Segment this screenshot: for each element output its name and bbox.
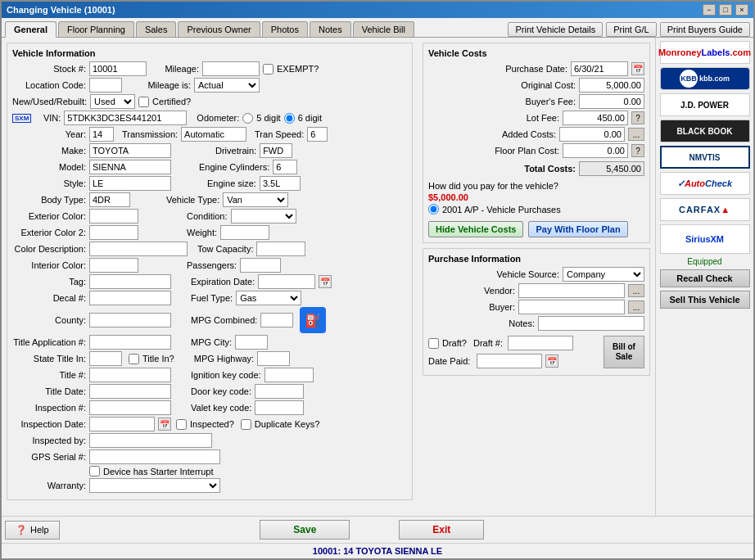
added-costs-input[interactable] — [559, 127, 625, 142]
print-gl-button[interactable]: Print G/L — [606, 22, 656, 37]
lot-fee-help-button[interactable]: ? — [631, 111, 644, 124]
titleapp-input[interactable] — [89, 335, 171, 350]
inspdate-input[interactable] — [89, 417, 155, 431]
draft-num-input[interactable] — [508, 336, 573, 350]
tag-input[interactable] — [89, 274, 171, 289]
exit-button[interactable]: Exit — [399, 520, 484, 540]
buyer-input[interactable] — [518, 300, 625, 314]
engcyl-input[interactable] — [273, 160, 297, 174]
tow-input[interactable] — [256, 242, 305, 256]
condition-select[interactable] — [231, 209, 296, 224]
datepaid-input[interactable] — [477, 354, 542, 368]
mpgcity-input[interactable] — [235, 335, 268, 350]
floor-plan-cost-input[interactable] — [563, 143, 628, 158]
extcolor-input[interactable] — [89, 209, 138, 224]
newused-select[interactable]: Used — [90, 94, 135, 109]
valetkey-input[interactable] — [255, 400, 304, 415]
starter-checkbox[interactable] — [89, 466, 100, 476]
passengers-input[interactable] — [240, 258, 281, 273]
notes-input[interactable] — [538, 316, 644, 331]
sell-vehicle-button[interactable]: Sell This Vehicle — [660, 291, 750, 309]
colordesc-input[interactable] — [89, 242, 188, 256]
tab-sales[interactable]: Sales — [136, 21, 177, 37]
stock-input[interactable] — [89, 61, 147, 76]
minimize-button[interactable]: − — [703, 4, 716, 16]
monroney-logo[interactable]: MonroneyLabels.com — [660, 41, 750, 64]
tab-floor-planning[interactable]: Floor Planning — [58, 21, 134, 37]
lot-fee-input[interactable] — [563, 111, 628, 125]
exempt-checkbox[interactable] — [263, 64, 274, 75]
vehtype-select[interactable]: Van — [223, 192, 288, 207]
print-vehicle-details-button[interactable]: Print Vehicle Details — [508, 22, 603, 37]
tab-vehicle-bill[interactable]: Vehicle Bill — [353, 21, 414, 37]
pay-floor-plan-button[interactable]: Pay With Floor Plan — [528, 221, 627, 237]
mpghwy-input[interactable] — [257, 351, 290, 366]
dupkeys-checkbox[interactable] — [241, 419, 251, 430]
location-input[interactable] — [89, 78, 122, 93]
added-costs-more-button[interactable]: ... — [628, 128, 644, 141]
year-input[interactable] — [89, 127, 114, 142]
transpeed-input[interactable] — [307, 127, 328, 142]
vin-input[interactable] — [64, 111, 187, 125]
title-input[interactable] — [89, 368, 171, 382]
certified-checkbox[interactable] — [138, 97, 149, 107]
expiry-input[interactable] — [258, 274, 315, 289]
jdpower-logo[interactable]: J.D. POWER — [660, 93, 750, 116]
titledate-input[interactable] — [89, 384, 171, 399]
carfax-logo[interactable]: CARFAX▲ — [660, 198, 750, 221]
doorkey-input[interactable] — [255, 384, 304, 399]
maximize-button[interactable]: □ — [719, 4, 732, 16]
autocheck-logo[interactable]: ✓AutoCheck — [660, 172, 750, 195]
original-cost-input[interactable] — [579, 78, 644, 93]
model-input[interactable] — [89, 160, 171, 174]
draft-checkbox[interactable] — [428, 338, 439, 349]
paid-source-radio[interactable] — [428, 204, 439, 215]
gps-input[interactable] — [89, 449, 220, 464]
print-buyers-guide-button[interactable]: Print Buyers Guide — [660, 22, 750, 37]
make-input[interactable] — [89, 143, 171, 158]
blackbook-logo[interactable]: BLACK BOOK — [660, 120, 750, 142]
vendor-input[interactable] — [518, 283, 625, 298]
datepaid-calendar-icon[interactable]: 📅 — [545, 355, 558, 368]
help-button[interactable]: ❓ Help — [5, 521, 60, 540]
weight-input[interactable] — [220, 225, 269, 240]
titlein-checkbox[interactable] — [129, 354, 139, 364]
mileage-input[interactable] — [202, 61, 260, 76]
recall-check-button[interactable]: Recall Check — [660, 269, 750, 287]
mpgcomb-input[interactable] — [260, 313, 293, 327]
engsize-input[interactable] — [260, 176, 301, 191]
statetitle-input[interactable] — [89, 351, 122, 366]
mileageis-select[interactable]: Actual — [194, 78, 260, 93]
warranty-select[interactable] — [89, 478, 220, 493]
siriusxm-logo[interactable]: SiriusXM — [660, 224, 750, 254]
intcolor-input[interactable] — [89, 258, 138, 273]
extcolor2-input[interactable] — [89, 225, 138, 240]
decal-input[interactable] — [89, 291, 171, 305]
hide-vehicle-costs-button[interactable]: Hide Vehicle Costs — [428, 221, 523, 237]
nmvtis-logo[interactable]: NMVTIS — [660, 146, 750, 169]
inspnum-input[interactable] — [89, 400, 171, 415]
kbb-logo[interactable]: KBB kbb.com — [660, 67, 750, 90]
tab-notes[interactable]: Notes — [310, 21, 351, 37]
save-button[interactable]: Save — [260, 520, 350, 540]
purchase-date-input[interactable] — [571, 61, 628, 76]
vehicle-source-select[interactable]: Company — [563, 267, 644, 282]
bodytype-input[interactable] — [89, 192, 130, 207]
inspdate-calendar-icon[interactable]: 📅 — [158, 418, 171, 431]
floor-plan-help-button[interactable]: ? — [631, 144, 644, 157]
vendor-more-button[interactable]: ... — [628, 284, 644, 297]
drivetrain-input[interactable] — [260, 143, 292, 158]
inspby-input[interactable] — [89, 433, 212, 448]
tab-previous-owner[interactable]: Previous Owner — [178, 21, 260, 37]
style-input[interactable] — [89, 176, 171, 191]
trans-input[interactable] — [181, 127, 246, 142]
buyers-fee-input[interactable] — [579, 94, 644, 109]
purchase-date-calendar-icon[interactable]: 📅 — [631, 62, 644, 75]
buyer-more-button[interactable]: ... — [628, 300, 644, 314]
ignkey-input[interactable] — [264, 368, 314, 382]
tab-photos[interactable]: Photos — [262, 21, 308, 37]
tab-general[interactable]: General — [5, 21, 57, 38]
inspected-checkbox[interactable] — [176, 419, 187, 430]
fuel-icon[interactable]: ⛽ — [300, 307, 326, 333]
odometer-6digit-radio[interactable] — [284, 113, 295, 124]
